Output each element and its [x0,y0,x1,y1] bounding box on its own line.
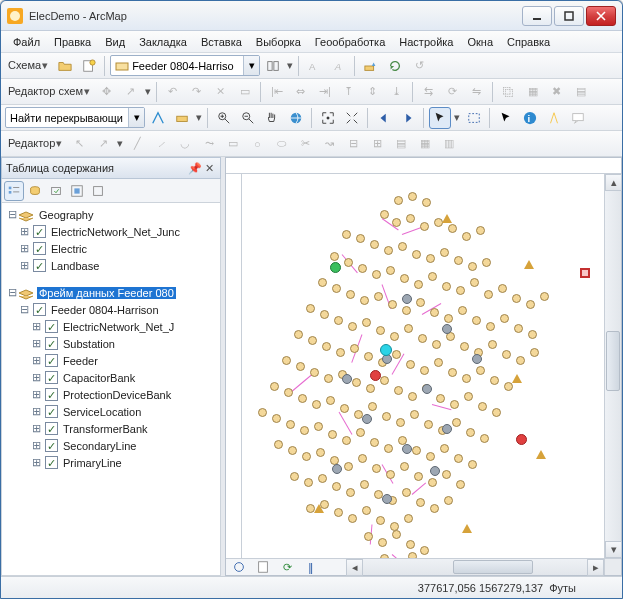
schema-menu[interactable]: Схема▾ [5,59,52,72]
table-icon[interactable]: ▤ [570,81,592,103]
scrollbar-horizontal[interactable]: ◂ ▸ [346,558,604,575]
sketch-props-icon[interactable]: ▦ [414,133,436,155]
toc-node[interactable]: ··⊞CapacitorBank [2,369,220,386]
select-dd-icon[interactable]: ▾ [453,111,461,124]
maximize-button[interactable] [554,6,584,26]
close-panel-icon[interactable]: ✕ [202,161,216,175]
scroll-left-icon[interactable]: ◂ [346,559,363,576]
menu-selection[interactable]: Выборка [250,34,307,50]
select-rect-icon[interactable] [463,107,485,129]
cut-poly-icon[interactable]: ✂ [294,133,316,155]
data-view-tab-icon[interactable] [228,556,250,578]
list-by-drawing-icon[interactable] [4,181,24,201]
feeder-combo[interactable]: Feeder 0804-Harriso ▾ [110,55,260,76]
align-center-icon[interactable]: ⇔ [290,81,312,103]
toc-node[interactable]: ··⊞ElectricNetwork_Net_J [2,318,220,335]
visibility-checkbox[interactable] [45,337,58,350]
visibility-checkbox[interactable] [33,225,46,238]
text-italic-icon[interactable]: A [328,55,350,77]
sketch-circle-icon[interactable]: ○ [246,133,268,155]
list-by-source-icon[interactable] [25,181,45,201]
new-icon[interactable] [78,55,100,77]
pan-icon[interactable] [261,107,283,129]
menu-file[interactable]: Файл [7,34,46,50]
undo-icon[interactable]: ↶ [162,81,184,103]
find-combo[interactable]: Найти перекрывающи ▾ [5,107,145,128]
pause-draw-icon[interactable]: ‖ [300,556,322,578]
close-button[interactable] [586,6,616,26]
toc-header[interactable]: Таблица содержания 📌 ✕ [1,157,221,179]
visibility-checkbox[interactable] [45,405,58,418]
menu-insert[interactable]: Вставка [195,34,248,50]
select-elements-icon[interactable] [429,107,451,129]
visibility-checkbox[interactable] [45,422,58,435]
toc-node[interactable]: ··⊞ProtectionDeviceBank [2,386,220,403]
layer-props-icon[interactable] [360,55,382,77]
find-layer-icon[interactable] [171,107,193,129]
view-map-icon[interactable] [262,55,284,77]
scroll-down-icon[interactable]: ▾ [605,541,622,558]
paste-icon[interactable]: ▦ [522,81,544,103]
toc-tree[interactable]: ⊟Geography·⊞ElectricNetwork_Net_Junc·⊞El… [1,203,221,576]
toc-node[interactable]: ··⊞TransformerBank [2,420,220,437]
menu-help[interactable]: Справка [501,34,556,50]
scroll-thumb-v[interactable] [606,331,620,391]
menu-windows[interactable]: Окна [461,34,499,50]
toc-node[interactable]: ··⊞PrimaryLine [2,454,220,471]
reshape-icon[interactable]: ↝ [318,133,340,155]
list-by-selection-icon[interactable] [67,181,87,201]
find-route-icon[interactable] [147,107,169,129]
pin-icon[interactable]: 📌 [188,161,202,175]
toc-node[interactable]: ··⊞Substation [2,335,220,352]
list-by-visibility-icon[interactable] [46,181,66,201]
menu-customize[interactable]: Настройка [393,34,459,50]
toc-node[interactable]: ··⊞ServiceLocation [2,403,220,420]
layout-view-tab-icon[interactable] [252,556,274,578]
edit-vert-dd-icon[interactable]: ▾ [116,137,124,150]
group-icon[interactable]: ▭ [234,81,256,103]
visibility-checkbox[interactable] [45,439,58,452]
split-icon[interactable]: ⊟ [342,133,364,155]
toc-node[interactable]: ··⊞Feeder [2,352,220,369]
visibility-checkbox[interactable] [33,242,46,255]
toc-node[interactable]: ⊟Фрейм данных Feeder 080 [2,284,220,301]
sketch-rect-icon[interactable]: ▭ [222,133,244,155]
flip-icon[interactable]: ⇋ [466,81,488,103]
visibility-checkbox[interactable] [33,259,46,272]
delete-icon[interactable]: ✖ [546,81,568,103]
clear-icon[interactable]: ⨯ [210,81,232,103]
toc-node[interactable]: ··⊞SecondaryLine [2,437,220,454]
edit-dd-icon[interactable]: ▾ [144,85,152,98]
visibility-checkbox[interactable] [45,388,58,401]
copy-icon[interactable]: ⿻ [498,81,520,103]
menu-geoprocessing[interactable]: Геообработка [309,34,392,50]
visibility-checkbox[interactable] [45,320,58,333]
sketch-ellipse-icon[interactable]: ⬭ [270,133,292,155]
scrollbar-vertical[interactable]: ▴ ▾ [604,174,621,558]
distribute-h-icon[interactable]: ⇆ [418,81,440,103]
menu-view[interactable]: Вид [99,34,131,50]
visibility-checkbox[interactable] [33,303,46,316]
merge-icon[interactable]: ⊞ [366,133,388,155]
toc-node[interactable]: ·⊞Landbase [2,257,220,274]
pointer-black-icon[interactable] [495,107,517,129]
open-icon[interactable] [54,55,76,77]
sketch-arc-icon[interactable]: ⟋ [150,133,172,155]
refresh-icon[interactable] [384,55,406,77]
zoom-to-sel-icon[interactable] [317,107,339,129]
rotate-icon[interactable]: ⟳ [442,81,464,103]
visibility-checkbox[interactable] [45,371,58,384]
zoom-out-icon[interactable] [237,107,259,129]
text-left-icon[interactable]: A [304,55,326,77]
menu-bookmark[interactable]: Закладка [133,34,193,50]
scroll-up-icon[interactable]: ▴ [605,174,622,191]
map-canvas[interactable] [242,174,604,558]
editor-menu[interactable]: Редактор▾ [5,137,66,150]
next-extent-icon[interactable] [397,107,419,129]
visibility-checkbox[interactable] [45,456,58,469]
hyperlink-icon[interactable] [543,107,565,129]
identify-icon[interactable]: i [519,107,541,129]
move-node-icon[interactable]: ✥ [96,81,118,103]
align-left-icon[interactable]: |⇤ [266,81,288,103]
schema-editor-menu[interactable]: Редактор схем▾ [5,85,94,98]
